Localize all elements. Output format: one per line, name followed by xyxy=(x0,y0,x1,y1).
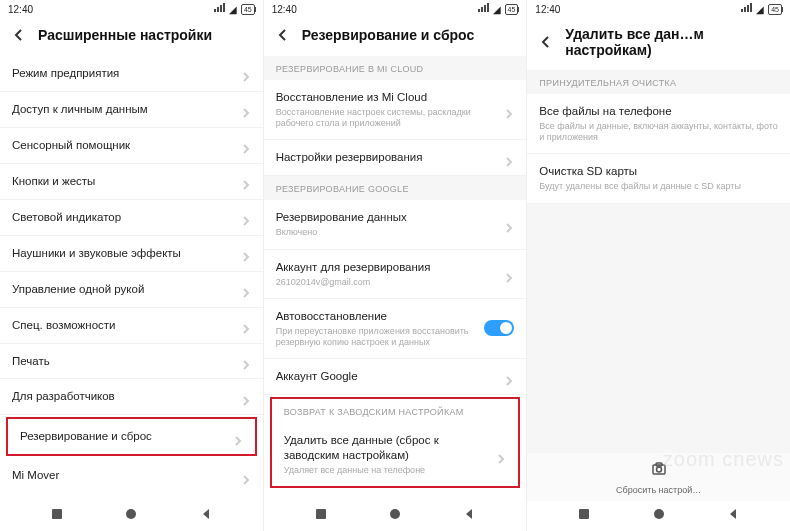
svg-point-8 xyxy=(654,509,664,519)
status-time: 12:40 xyxy=(535,4,560,15)
svg-point-6 xyxy=(656,467,661,472)
chevron-right-icon xyxy=(241,104,251,114)
chevron-right-icon xyxy=(241,356,251,366)
battery-icon: 45 xyxy=(241,4,255,15)
svg-rect-7 xyxy=(579,509,589,519)
chevron-right-icon xyxy=(241,212,251,222)
wifi-icon: ◢ xyxy=(493,4,501,15)
chevron-right-icon xyxy=(504,269,514,279)
row-developer-options[interactable]: Для разработчиков xyxy=(0,379,263,415)
status-bar: 12:40 ◢ 45 xyxy=(264,0,527,18)
row-buttons-gestures[interactable]: Кнопки и жесты xyxy=(0,164,263,200)
svg-rect-2 xyxy=(316,509,326,519)
back-icon[interactable] xyxy=(274,26,292,44)
row-enterprise-mode[interactable]: Режим предприятия xyxy=(0,56,263,92)
chevron-right-icon xyxy=(241,176,251,186)
highlight-factory-reset: ВОЗВРАТ К ЗАВОДСКИМ НАСТРОЙКАМ Удалить в… xyxy=(270,397,521,488)
section-google-backup: РЕЗЕРВИРОВАНИЕ GOOGLE xyxy=(264,176,527,200)
reset-label: Сбросить настрой… xyxy=(616,485,701,495)
row-backup-account[interactable]: Аккаунт для резервирования26102014v@gmai… xyxy=(264,250,527,299)
header: Расширенные настройки xyxy=(0,18,263,56)
chevron-right-icon xyxy=(504,153,514,163)
row-google-account[interactable]: Аккаунт Google xyxy=(264,359,527,395)
back-icon[interactable] xyxy=(537,33,555,51)
page-title: Резервирование и сброс xyxy=(302,27,517,43)
nav-home-icon[interactable] xyxy=(388,507,402,525)
back-icon[interactable] xyxy=(10,26,28,44)
section-mi-cloud: РЕЗЕРВИРОВАНИЕ В MI CLOUD xyxy=(264,56,527,80)
navigation-bar xyxy=(264,501,527,531)
nav-home-icon[interactable] xyxy=(124,507,138,525)
screen-erase-all-data: 12:40 ◢ 45 Удалить все дан…м настройкам)… xyxy=(527,0,790,531)
status-bar: 12:40 ◢ 45 xyxy=(527,0,790,18)
svg-point-3 xyxy=(390,509,400,519)
wifi-icon: ◢ xyxy=(756,4,764,15)
chevron-right-icon xyxy=(241,140,251,150)
chevron-right-icon xyxy=(233,432,243,442)
signal-icon xyxy=(213,3,225,15)
page-title: Расширенные настройки xyxy=(38,27,253,43)
reset-icon xyxy=(651,461,667,481)
battery-icon: 45 xyxy=(768,4,782,15)
nav-back-icon[interactable] xyxy=(462,507,476,525)
chevron-right-icon xyxy=(504,219,514,229)
row-erase-sd-card[interactable]: Очистка SD картыБудут удалены все файлы … xyxy=(527,154,790,203)
chevron-right-icon xyxy=(496,450,506,460)
row-one-handed[interactable]: Управление одной рукой xyxy=(0,272,263,308)
chevron-right-icon xyxy=(241,471,251,481)
nav-home-icon[interactable] xyxy=(652,507,666,525)
row-printing[interactable]: Печать xyxy=(0,344,263,380)
row-personal-data-access[interactable]: Доступ к личным данным xyxy=(0,92,263,128)
row-accessibility[interactable]: Спец. возможности xyxy=(0,308,263,344)
header: Резервирование и сброс xyxy=(264,18,527,56)
row-erase-all-data[interactable]: Удалить все данные (сброс к заводским на… xyxy=(272,423,519,486)
reset-action[interactable]: Сбросить настрой… xyxy=(527,453,790,501)
nav-back-icon[interactable] xyxy=(726,507,740,525)
row-backup-settings[interactable]: Настройки резервирования xyxy=(264,140,527,176)
status-time: 12:40 xyxy=(272,4,297,15)
screen-advanced-settings: 12:40 ◢ 45 Расширенные настройки Режим п… xyxy=(0,0,264,531)
screen-backup-reset: 12:40 ◢ 45 Резервирование и сброс РЕЗЕРВ… xyxy=(264,0,528,531)
navigation-bar xyxy=(0,501,263,531)
navigation-bar xyxy=(527,501,790,531)
svg-point-1 xyxy=(126,509,136,519)
row-headphones-audio[interactable]: Наушники и звуковые эффекты xyxy=(0,236,263,272)
header: Удалить все дан…м настройкам) xyxy=(527,18,790,70)
section-factory-reset: ВОЗВРАТ К ЗАВОДСКИМ НАСТРОЙКАМ xyxy=(272,399,519,423)
status-bar: 12:40 ◢ 45 xyxy=(0,0,263,18)
svg-rect-0 xyxy=(52,509,62,519)
status-time: 12:40 xyxy=(8,4,33,15)
battery-icon: 45 xyxy=(505,4,519,15)
nav-back-icon[interactable] xyxy=(199,507,213,525)
row-all-files-phone[interactable]: Все файлы на телефонеВсе файлы и данные,… xyxy=(527,94,790,154)
signal-icon xyxy=(740,3,752,15)
chevron-right-icon xyxy=(241,320,251,330)
row-backup-reset[interactable]: Резервирование и сброс xyxy=(8,419,255,454)
wifi-icon: ◢ xyxy=(229,4,237,15)
page-title: Удалить все дан…м настройкам) xyxy=(565,26,780,58)
row-mi-mover[interactable]: Mi Mover xyxy=(0,458,263,493)
chevron-right-icon xyxy=(241,248,251,258)
nav-recent-icon[interactable] xyxy=(577,507,591,525)
row-backup-data[interactable]: Резервирование данныхВключено xyxy=(264,200,527,249)
nav-recent-icon[interactable] xyxy=(314,507,328,525)
section-force-erase: ПРИНУДИТЕЛЬНАЯ ОЧИСТКА xyxy=(527,70,790,94)
row-led-indicator[interactable]: Световой индикатор xyxy=(0,200,263,236)
nav-recent-icon[interactable] xyxy=(50,507,64,525)
chevron-right-icon xyxy=(241,392,251,402)
chevron-right-icon xyxy=(241,284,251,294)
chevron-right-icon xyxy=(504,105,514,115)
auto-restore-toggle[interactable] xyxy=(484,320,514,336)
signal-icon xyxy=(477,3,489,15)
chevron-right-icon xyxy=(504,372,514,382)
row-auto-restore: АвтовосстановлениеПри переустановке прил… xyxy=(264,299,527,359)
highlight-backup-reset: Резервирование и сброс xyxy=(6,417,257,456)
row-restore-mi-cloud[interactable]: Восстановление из Mi CloudВосстановление… xyxy=(264,80,527,140)
chevron-right-icon xyxy=(241,68,251,78)
row-quick-ball[interactable]: Сенсорный помощник xyxy=(0,128,263,164)
